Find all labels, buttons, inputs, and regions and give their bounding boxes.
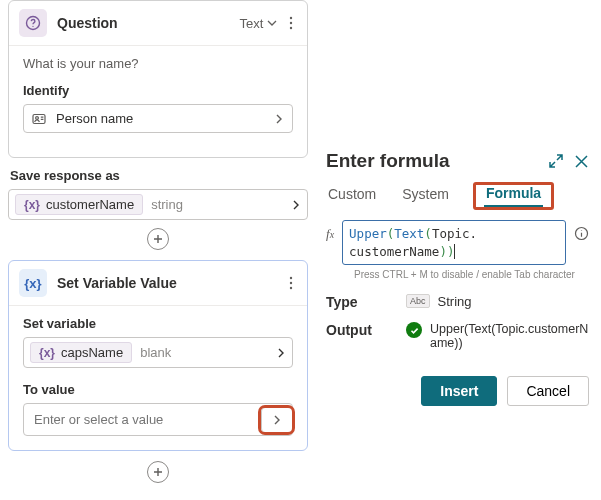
formula-editor[interactable]: Upper(Text(Topic.customerName))​ xyxy=(342,220,566,265)
output-label: Output xyxy=(326,322,382,338)
svg-point-9 xyxy=(290,287,292,289)
target-variable-selector[interactable]: {x} capsName blank xyxy=(23,337,293,368)
variable-icon: {x} xyxy=(39,346,55,360)
close-icon[interactable] xyxy=(574,154,589,169)
formula-hint: Press CTRL + M to disable / enable Tab c… xyxy=(354,269,589,280)
string-type-icon: Abc xyxy=(406,294,430,308)
chevron-right-icon xyxy=(276,347,286,359)
formula-panel: Enter formula Custom System Formula fx U… xyxy=(320,140,595,410)
more-icon[interactable] xyxy=(285,16,297,30)
svg-point-8 xyxy=(290,282,292,284)
panel-title: Enter formula xyxy=(326,150,538,172)
identify-label: Identify xyxy=(23,83,293,98)
add-node-button[interactable] xyxy=(147,228,169,250)
question-title: Question xyxy=(57,15,240,31)
question-prompt: What is your name? xyxy=(23,56,293,71)
svg-point-7 xyxy=(290,277,292,279)
open-value-picker-button[interactable] xyxy=(261,408,292,432)
svg-point-6 xyxy=(36,116,39,119)
variable-icon: {x} xyxy=(24,198,40,212)
chevron-right-icon xyxy=(274,113,284,125)
svg-point-4 xyxy=(290,27,292,29)
cancel-button[interactable]: Cancel xyxy=(507,376,589,406)
to-value-label: To value xyxy=(23,382,293,397)
svg-point-2 xyxy=(290,17,292,19)
add-node-button[interactable] xyxy=(147,461,169,483)
output-value: Upper(Text(Topic.customerName)) xyxy=(430,322,589,350)
chevron-right-icon xyxy=(291,199,301,211)
type-value: String xyxy=(438,294,472,309)
to-value-input[interactable] xyxy=(24,404,261,435)
person-icon xyxy=(32,112,48,126)
set-variable-label: Set variable xyxy=(23,316,293,331)
identify-selector[interactable]: Person name xyxy=(23,104,293,133)
expand-icon[interactable] xyxy=(548,153,564,169)
svg-point-1 xyxy=(32,26,33,27)
type-label: Type xyxy=(326,294,382,310)
info-icon[interactable] xyxy=(574,220,589,241)
variable-node-icon: {x} xyxy=(19,269,47,297)
variable-chip: {x} capsName xyxy=(30,342,132,363)
chevron-down-icon xyxy=(267,18,277,28)
to-value-input-row xyxy=(23,403,293,436)
panel-tabs: Custom System Formula xyxy=(326,182,589,210)
check-icon xyxy=(406,322,422,338)
question-node: Question Text What is your name? Identif… xyxy=(8,0,308,158)
set-variable-node: {x} Set Variable Value Set variable {x} … xyxy=(8,260,308,451)
fx-icon: fx xyxy=(326,220,334,242)
save-response-label: Save response as xyxy=(10,168,308,183)
variable-chip: {x} customerName xyxy=(15,194,143,215)
set-variable-title: Set Variable Value xyxy=(57,275,285,291)
tab-system[interactable]: System xyxy=(400,182,451,210)
tab-formula[interactable]: Formula xyxy=(484,181,543,207)
tab-custom[interactable]: Custom xyxy=(326,182,378,210)
response-type-selector[interactable]: Text xyxy=(240,16,277,31)
more-icon[interactable] xyxy=(285,276,297,290)
question-header: Question Text xyxy=(9,1,307,46)
set-variable-header: {x} Set Variable Value xyxy=(9,261,307,306)
svg-point-3 xyxy=(290,22,292,24)
insert-button[interactable]: Insert xyxy=(421,376,497,406)
save-response-variable[interactable]: {x} customerName string xyxy=(8,189,308,220)
question-icon xyxy=(19,9,47,37)
